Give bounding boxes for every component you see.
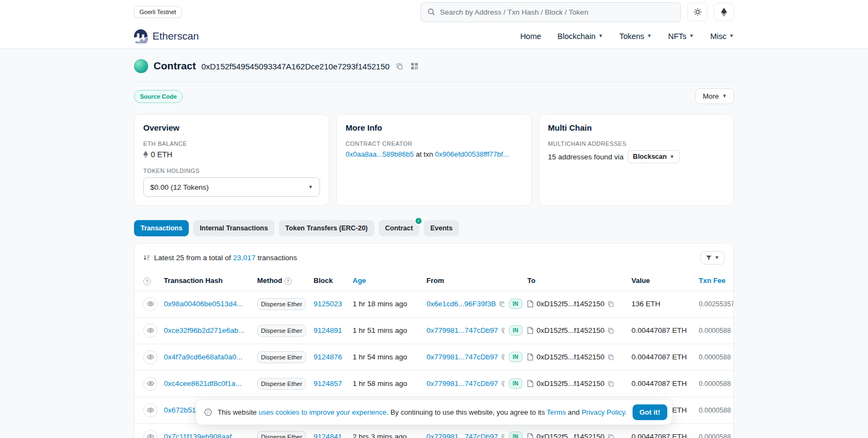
from-address-link[interactable]: 0x6e1cd6...96F39f3B (426, 300, 496, 308)
creation-txn-link[interactable]: 0x906efd00538fff77bf... (435, 150, 509, 158)
txn-preview-button[interactable] (143, 403, 157, 417)
copy-from-button[interactable] (499, 301, 505, 307)
to-address[interactable]: 0xD152f5...f1452150 (537, 379, 604, 388)
txn-fee: 0.0000588 (699, 407, 731, 414)
method-badge: Disperse Ether (257, 431, 306, 438)
nav-item-home[interactable]: Home (520, 32, 541, 41)
privacy-policy-link[interactable]: Privacy Policy. (582, 408, 627, 416)
copy-to-button[interactable] (608, 327, 614, 334)
txn-fee: 0.0000588 (699, 433, 731, 438)
etherscan-logo[interactable]: Etherscan (134, 29, 199, 43)
col-txn-fee[interactable]: Txn Fee (694, 271, 733, 291)
method-badge: Disperse Ether (257, 378, 306, 390)
qr-code-button[interactable] (410, 61, 419, 71)
to-address[interactable]: 0xD152f5...f1452150 (537, 300, 604, 308)
block-link[interactable]: 9124876 (314, 353, 342, 361)
tab-contract[interactable]: Contract ✓ (379, 220, 419, 236)
txn-preview-button[interactable] (143, 297, 157, 311)
sort-icon[interactable] (143, 254, 150, 261)
filter-button[interactable]: ▼ (700, 251, 725, 265)
multichain-addresses-label: MULTICHAIN ADDRESSES (548, 140, 725, 147)
chevron-down-icon: ▼ (729, 34, 734, 38)
txn-preview-button[interactable] (143, 324, 157, 338)
copy-from-button[interactable] (501, 354, 505, 360)
col-method: Method ? (253, 271, 309, 291)
token-holdings-value: $0.00 (12 Tokens) (150, 183, 209, 191)
to-address[interactable]: 0xD152f5...f1452150 (537, 353, 604, 361)
main-navbar: Etherscan Home Blockchain ▼ Tokens ▼ NFT… (0, 24, 868, 49)
block-link[interactable]: 9124891 (314, 326, 342, 334)
search-bar[interactable] (420, 2, 681, 22)
more-button-label: More (703, 92, 719, 100)
total-transactions-link[interactable]: 23,017 (233, 254, 256, 262)
etherscan-logo-icon (134, 29, 148, 43)
nav-item-label: Home (520, 32, 541, 41)
cookie-accept-button[interactable]: Got it! (633, 404, 667, 420)
tab-label: Internal Transactions (200, 224, 268, 232)
from-address-link[interactable]: 0x779981...747cDb97 (426, 326, 498, 334)
cookie-text: By continuing to use this website, you a… (388, 408, 547, 416)
col-age[interactable]: Age (348, 271, 422, 291)
copy-to-button[interactable] (608, 354, 614, 360)
blockscan-dropdown[interactable]: Blockscan ▼ (628, 150, 680, 163)
more-button[interactable]: More ▼ (695, 88, 734, 104)
col-direction (505, 271, 523, 291)
contract-file-icon (527, 300, 533, 307)
txn-hash-link[interactable]: 0xc4cee8621df8c0f1a... (164, 379, 241, 388)
block-link[interactable]: 9124841 (314, 433, 342, 438)
nav-item-misc[interactable]: Misc ▼ (710, 32, 734, 41)
help-icon[interactable]: ? (143, 278, 151, 285)
txn-fee: 0.00255357 (699, 300, 733, 308)
eth-glyph-icon (143, 151, 148, 158)
contract-address: 0xD152f549545093347A162Dce210e7293f14521… (201, 62, 390, 71)
txn-hash-link[interactable]: 0x7c11f139eb908aaf... (164, 433, 238, 438)
chevron-down-icon: ▼ (722, 94, 727, 99)
from-address-link[interactable]: 0x779981...747cDb97 (426, 353, 498, 361)
txn-fee: 0.0000588 (699, 380, 731, 388)
overview-card: Overview ETH BALANCE 0 ETH TOKEN HOLDING… (134, 114, 329, 206)
nav-item-blockchain[interactable]: Blockchain ▼ (558, 32, 603, 41)
tab-label: Transactions (141, 224, 182, 232)
txn-hash-link[interactable]: 0x4f7a9cd6e68afa0a0... (164, 353, 242, 361)
copy-from-button[interactable] (501, 434, 505, 438)
copy-to-button[interactable] (608, 434, 614, 438)
tab-transactions[interactable]: Transactions (134, 220, 189, 236)
source-code-badge[interactable]: Source Code (134, 90, 183, 103)
nav-item-nfts[interactable]: NFTs ▼ (668, 32, 694, 41)
tab-token-transfers-erc-20-[interactable]: Token Transfers (ERC-20) (279, 220, 374, 236)
copy-from-button[interactable] (501, 327, 505, 334)
txn-hash-link[interactable]: 0x98a00406be0513d4... (164, 300, 243, 308)
copy-address-button[interactable] (395, 62, 404, 71)
nav-item-label: Misc (710, 32, 726, 41)
theme-toggle-button[interactable] (687, 3, 707, 21)
terms-link[interactable]: Terms (547, 408, 566, 416)
txn-preview-button[interactable] (143, 430, 157, 438)
from-address-link[interactable]: 0x779981...747cDb97 (426, 379, 498, 388)
chevron-down-icon: ▼ (647, 34, 652, 38)
gas-tracker-button[interactable] (714, 3, 734, 21)
tab-internal-transactions[interactable]: Internal Transactions (193, 220, 275, 236)
age-text: 1 hr 58 mins ago (353, 379, 407, 388)
txn-hash-link[interactable]: 0xce32f96b2d271e6ab... (164, 326, 245, 334)
network-badge[interactable]: Goerli Testnet (134, 6, 182, 18)
eye-icon (147, 327, 154, 334)
chevron-down-icon: ▼ (714, 255, 719, 260)
to-address[interactable]: 0xD152f5...f1452150 (537, 326, 604, 334)
token-holdings-dropdown[interactable]: $0.00 (12 Tokens) ▼ (143, 177, 320, 197)
to-address[interactable]: 0xD152f5...f1452150 (537, 433, 604, 438)
creator-address-link[interactable]: 0x0aa8aa...589b86b5 (346, 150, 414, 158)
cookie-link-experience[interactable]: uses cookies to improve your experience. (259, 408, 388, 416)
txn-preview-button[interactable] (143, 350, 157, 364)
copy-to-button[interactable] (608, 301, 614, 307)
chevron-down-icon: ▼ (689, 34, 694, 38)
tab-events[interactable]: Events (424, 220, 459, 236)
txn-preview-button[interactable] (143, 377, 157, 391)
copy-from-button[interactable] (501, 381, 505, 387)
block-link[interactable]: 9125023 (314, 300, 342, 308)
help-icon[interactable]: ? (284, 278, 292, 285)
copy-to-button[interactable] (608, 381, 614, 387)
block-link[interactable]: 9124857 (314, 379, 342, 388)
search-input[interactable] (440, 8, 674, 16)
from-address-link[interactable]: 0x779981...747cDb97 (426, 433, 498, 438)
nav-item-tokens[interactable]: Tokens ▼ (620, 32, 652, 41)
